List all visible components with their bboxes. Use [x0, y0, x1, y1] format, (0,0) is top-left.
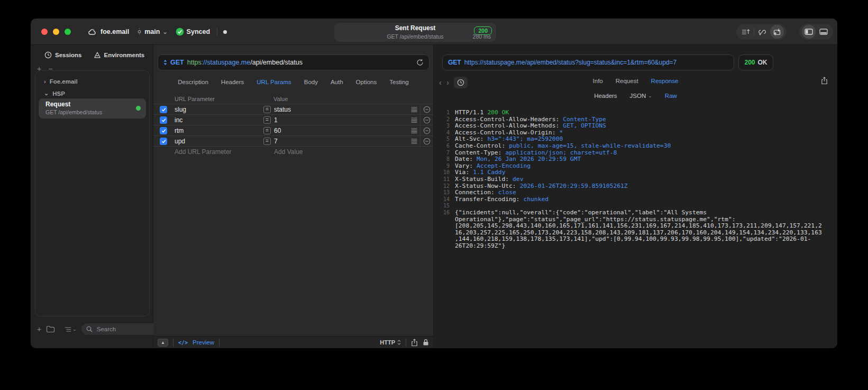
subtab-raw[interactable]: Raw: [665, 93, 677, 99]
toggle-bottom-panel-button[interactable]: [817, 25, 830, 39]
line-number: 7: [434, 150, 455, 157]
minimize-window-button[interactable]: [53, 29, 59, 35]
check-icon: [161, 118, 166, 122]
remove-param-icon[interactable]: [423, 116, 431, 124]
sync-loop-button[interactable]: [755, 25, 769, 39]
param-name[interactable]: slug: [175, 106, 186, 113]
tab-info[interactable]: Info: [593, 78, 603, 84]
new-request-button[interactable]: +: [37, 325, 41, 333]
param-enabled-checkbox[interactable]: [160, 127, 167, 134]
param-value[interactable]: 7: [274, 138, 278, 145]
request-url[interactable]: https://statuspage.me/api/embed/status: [187, 59, 303, 66]
request-list-export-button[interactable]: [739, 25, 753, 39]
sync-status[interactable]: Synced: [176, 28, 210, 36]
column-header-value: Value: [273, 96, 288, 102]
tab-response[interactable]: Response: [651, 78, 679, 84]
response-header-line: 8 Date:Mon, 26 Jan 2026 20:29:59 GMT: [434, 156, 837, 163]
param-value[interactable]: status: [274, 106, 291, 113]
param-value[interactable]: 1: [274, 116, 278, 124]
param-options-icon[interactable]: [411, 117, 417, 123]
param-enabled-checkbox[interactable]: [160, 106, 167, 113]
request-list-item-selected[interactable]: Request GET /api/embed/status: [39, 98, 146, 119]
toggle-left-panel-button[interactable]: [802, 25, 816, 39]
preview-button[interactable]: Preview: [193, 339, 214, 346]
response-raw-view[interactable]: 1 HTTP/1.1200 OK 2 Access-Control-Allow-…: [434, 107, 837, 348]
resend-request-icon[interactable]: [416, 59, 424, 66]
request-tab[interactable]: Headers: [221, 79, 244, 85]
status-code: 200: [744, 59, 755, 66]
search-icon: [86, 326, 93, 332]
param-enabled-checkbox[interactable]: [160, 116, 167, 124]
request-tab[interactable]: Auth: [331, 79, 343, 85]
share-icon[interactable]: [411, 339, 418, 347]
zoom-window-button[interactable]: [65, 29, 71, 35]
project-cluster: foe.email main ⌄ Synced: [88, 19, 227, 45]
request-tab[interactable]: Body: [304, 79, 318, 85]
add-param-placeholder[interactable]: Add URL Parameter: [175, 148, 232, 156]
line-number: 4: [434, 130, 455, 137]
tree-item-foe-email[interactable]: › Foe.email: [44, 78, 78, 85]
sessions-tree-panel: › Foe.email ⌄ HSP Request GET /api/embed…: [35, 70, 150, 316]
stepper-icon: [397, 340, 401, 345]
check-icon: [161, 107, 166, 112]
remove-param-icon[interactable]: [423, 106, 431, 113]
request-item-subtitle: GET /api/embed/status: [45, 109, 102, 115]
new-folder-button[interactable]: [46, 325, 55, 333]
param-options-icon[interactable]: [411, 128, 417, 133]
param-name[interactable]: inc: [175, 116, 182, 124]
tab-environments[interactable]: Environments: [94, 51, 145, 59]
response-status-badge: 200 OK: [738, 55, 773, 70]
method-stepper-icon[interactable]: [163, 59, 167, 66]
import-export-button[interactable]: [770, 25, 784, 39]
response-pane: GET https://statuspage.me/api/embed/stat…: [434, 45, 837, 348]
lock-icon[interactable]: [423, 339, 429, 346]
param-options-icon[interactable]: [411, 107, 417, 112]
toolbar-group-layout: [799, 24, 833, 40]
request-method[interactable]: GET: [170, 59, 184, 66]
tab-sessions[interactable]: Sessions: [44, 51, 82, 59]
project-name[interactable]: foe.email: [100, 28, 129, 35]
equals-icon: =: [263, 138, 271, 145]
request-tab[interactable]: Testing: [389, 79, 408, 85]
response-subtabs: Headers JSON ⌄ Raw: [434, 93, 837, 99]
response-url-bar: GET https://statuspage.me/api/embed/stat…: [442, 55, 734, 70]
param-enabled-checkbox[interactable]: [160, 138, 167, 145]
param-name[interactable]: upd: [175, 138, 185, 145]
tab-request[interactable]: Request: [616, 78, 638, 84]
branch-selector[interactable]: main ⌄: [137, 28, 167, 36]
response-body-line: 16 {"incidents":null,"overall":{"code":"…: [434, 210, 837, 250]
remove-param-icon[interactable]: [423, 127, 431, 134]
group-by-button[interactable]: ⌄: [65, 326, 77, 332]
export-response-icon[interactable]: [821, 77, 828, 85]
subtab-json[interactable]: JSON ⌄: [630, 93, 652, 99]
response-method: GET: [448, 59, 461, 66]
subtab-headers[interactable]: Headers: [594, 93, 617, 99]
request-status-dot: [136, 106, 141, 111]
branch-icon: [137, 28, 142, 36]
request-tab[interactable]: Options: [356, 79, 377, 85]
request-tab[interactable]: URL Params: [257, 79, 291, 85]
params-table-header: URL Parameter Value: [153, 96, 433, 104]
protocol-selector[interactable]: HTTP: [380, 339, 401, 346]
app-window: foe.email main ⌄ Synced Sent Request 200…: [31, 19, 837, 348]
param-name[interactable]: rtm: [175, 127, 184, 134]
tree-item-hsp[interactable]: ⌄ HSP: [44, 90, 65, 97]
expand-editor-button[interactable]: ▲: [158, 339, 168, 347]
unsaved-indicator-dot: [223, 30, 227, 34]
chevron-down-icon: ⌄: [72, 326, 77, 332]
request-tab[interactable]: Description: [178, 79, 208, 85]
sent-request-pill[interactable]: Sent Request 200 GET /api/embed/status 2…: [334, 23, 496, 42]
titlebar: foe.email main ⌄ Synced Sent Request 200…: [31, 19, 837, 45]
add-param-row[interactable]: Add URL Parameter Add Value: [153, 147, 433, 157]
environments-icon: [94, 51, 101, 59]
remove-param-icon[interactable]: [423, 138, 431, 145]
param-options-icon[interactable]: [411, 139, 417, 144]
request-url-bar[interactable]: GET https://statuspage.me/api/embed/stat…: [158, 55, 430, 70]
line-number: 8: [434, 156, 455, 163]
sent-request-line: GET /api/embed/status: [334, 33, 496, 40]
close-window-button[interactable]: [41, 29, 48, 35]
param-value[interactable]: 60: [274, 127, 281, 134]
url-param-row: inc = 1: [153, 115, 433, 125]
add-value-placeholder[interactable]: Add Value: [274, 148, 303, 156]
chevron-right-icon: ›: [44, 78, 46, 85]
